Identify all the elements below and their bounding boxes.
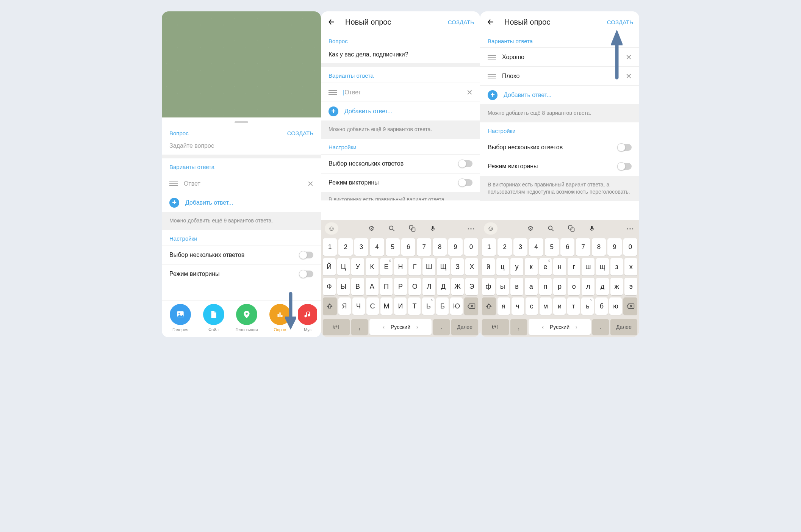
key-ф[interactable]: ф [482, 278, 495, 295]
key-7[interactable]: 7 [576, 238, 590, 256]
key-б[interactable]: б [595, 297, 608, 315]
create-button[interactable]: СОЗДАТЬ [287, 130, 313, 136]
keyboard[interactable]: ☺ ⚙ ⋯ 1234567890 йцукеёнгшщзх фывапролдж… [480, 220, 639, 337]
comma-key[interactable]: , [510, 319, 527, 335]
key-у[interactable]: у [510, 258, 523, 275]
key-5[interactable]: 5 [545, 238, 559, 256]
key-Ш[interactable]: Ш [422, 258, 435, 275]
remove-answer-icon[interactable]: ✕ [624, 72, 633, 81]
attach-location[interactable]: Геопозиция [232, 304, 261, 332]
keyboard-settings-icon[interactable]: ⚙ [365, 222, 378, 235]
answer-input[interactable]: Плохо [502, 73, 624, 80]
keyboard-search-icon[interactable] [544, 222, 558, 235]
attach-file[interactable]: Файл [199, 304, 228, 332]
quiz-mode-toggle[interactable] [618, 163, 632, 170]
key-м[interactable]: м [540, 297, 552, 315]
key-в[interactable]: в [510, 278, 523, 295]
key-4[interactable]: 4 [370, 238, 384, 256]
attach-gallery[interactable]: Галерея [166, 304, 195, 332]
key-И[interactable]: И [394, 297, 407, 315]
quiz-mode-toggle[interactable] [459, 179, 472, 186]
key-К[interactable]: К [366, 258, 379, 275]
backspace-key[interactable] [464, 297, 478, 315]
key-8[interactable]: 8 [433, 238, 447, 256]
key-Е[interactable]: Её [380, 258, 393, 275]
create-button[interactable]: СОЗДАТЬ [448, 19, 474, 25]
space-key[interactable]: ‹ Русский › [529, 319, 591, 335]
key-Ж[interactable]: Ж [451, 278, 464, 295]
key-Ф[interactable]: Ф [323, 278, 336, 295]
key-0[interactable]: 0 [623, 238, 637, 256]
question-input[interactable]: Как у вас дела, подписчики? [321, 47, 480, 63]
remove-answer-icon[interactable]: ✕ [306, 179, 315, 188]
key-7[interactable]: 7 [417, 238, 431, 256]
key-З[interactable]: З [451, 258, 464, 275]
key-л[interactable]: л [582, 278, 594, 295]
key-Ы[interactable]: Ы [337, 278, 350, 295]
key-0[interactable]: 0 [464, 238, 478, 256]
key-о[interactable]: о [568, 278, 580, 295]
multi-choice-toggle[interactable] [300, 252, 313, 258]
key-к[interactable]: к [525, 258, 538, 275]
space-key[interactable]: ‹ Русский › [369, 319, 432, 335]
key-ж[interactable]: ж [610, 278, 623, 295]
key-с[interactable]: с [526, 297, 538, 315]
keyboard-more-icon[interactable]: ⋯ [625, 224, 635, 233]
multi-choice-toggle[interactable] [618, 144, 632, 151]
key-С[interactable]: С [366, 297, 379, 315]
key-ь[interactable]: ьъ [581, 297, 594, 315]
key-п[interactable]: п [539, 278, 552, 295]
key-Л[interactable]: Л [422, 278, 435, 295]
key-ы[interactable]: ы [496, 278, 509, 295]
emoji-button[interactable]: ☺ [325, 222, 338, 235]
key-Ц[interactable]: Ц [337, 258, 350, 275]
key-р[interactable]: р [553, 278, 566, 295]
key-я[interactable]: я [497, 297, 510, 315]
period-key[interactable]: . [592, 319, 609, 335]
keyboard-mic-icon[interactable] [426, 222, 440, 235]
key-д[interactable]: д [596, 278, 609, 295]
back-button[interactable] [327, 17, 336, 27]
back-button[interactable] [486, 17, 495, 27]
key-Н[interactable]: Н [394, 258, 407, 275]
key-ю[interactable]: ю [609, 297, 622, 315]
key-6[interactable]: 6 [401, 238, 415, 256]
sheet-handle[interactable] [235, 121, 248, 123]
keyboard-translate-icon[interactable] [565, 222, 578, 235]
key-1[interactable]: 1 [482, 238, 496, 256]
key-5[interactable]: 5 [386, 238, 400, 256]
key-6[interactable]: 6 [560, 238, 574, 256]
key-ц[interactable]: ц [496, 258, 509, 275]
key-Э[interactable]: Э [465, 278, 478, 295]
keyboard-mic-icon[interactable] [585, 222, 599, 235]
key-и[interactable]: и [553, 297, 566, 315]
quiz-mode-toggle[interactable] [300, 271, 313, 277]
drag-handle-icon[interactable] [169, 182, 178, 186]
key-3[interactable]: 3 [354, 238, 368, 256]
remove-answer-icon[interactable]: ✕ [465, 88, 474, 97]
key-Ю[interactable]: Ю [450, 297, 463, 315]
key-У[interactable]: У [351, 258, 364, 275]
key-г[interactable]: г [568, 258, 580, 275]
key-а[interactable]: а [525, 278, 538, 295]
comma-key[interactable]: , [351, 319, 368, 335]
emoji-button[interactable]: ☺ [484, 222, 497, 235]
period-key[interactable]: . [433, 319, 450, 335]
key-О[interactable]: О [408, 278, 421, 295]
add-answer-row[interactable]: + Добавить ответ... [162, 193, 321, 212]
quiz-mode-row[interactable]: Режим викторины [480, 157, 639, 176]
key-э[interactable]: э [624, 278, 637, 295]
drag-handle-icon[interactable] [488, 55, 496, 59]
answer-input[interactable]: Хорошо [502, 54, 624, 61]
keyboard-translate-icon[interactable] [405, 222, 419, 235]
key-й[interactable]: й [482, 258, 495, 275]
quiz-mode-row[interactable]: Режим викторины [321, 173, 480, 192]
remove-answer-icon[interactable]: ✕ [624, 53, 633, 62]
key-2[interactable]: 2 [497, 238, 512, 256]
multi-choice-row[interactable]: Выбор нескольких ответов [480, 138, 639, 157]
key-н[interactable]: н [553, 258, 566, 275]
key-4[interactable]: 4 [529, 238, 543, 256]
key-В[interactable]: В [351, 278, 364, 295]
keyboard-search-icon[interactable] [385, 222, 399, 235]
key-М[interactable]: М [380, 297, 393, 315]
